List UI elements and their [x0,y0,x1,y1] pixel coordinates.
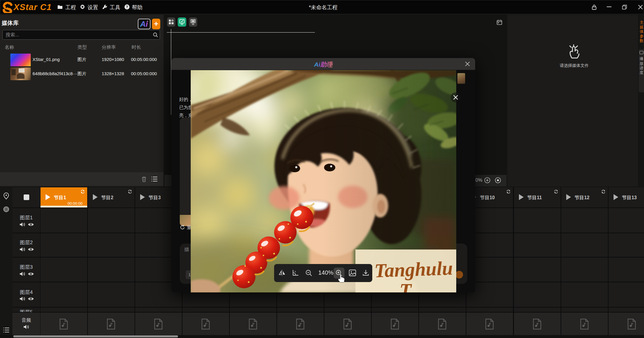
svg-text:Tanghulu: Tanghulu [374,257,453,281]
svg-text:?: ? [126,5,128,9]
svg-text:T: T [399,279,412,292]
svg-text:Ai: Ai [140,20,148,28]
